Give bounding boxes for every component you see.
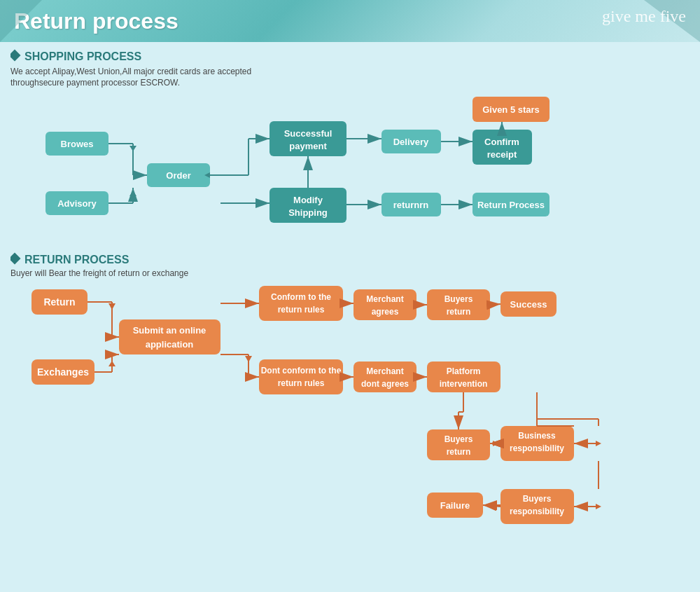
svg-rect-3 [10, 50, 20, 62]
page-title: Return process [14, 8, 178, 34]
svg-rect-22 [10, 253, 20, 265]
successful-payment-label: Successful [284, 128, 332, 139]
modify-shipping-label: Modify [293, 195, 323, 205]
conform-rules-label2: return rules [278, 305, 325, 315]
svg-marker-7 [130, 146, 136, 151]
exchanges-label: Exchanges [37, 366, 89, 378]
confirm-receipt-label2: receipt [487, 149, 517, 160]
return-subtitle: Buyer will Bear the freight of return or… [10, 268, 188, 278]
svg-marker-52 [596, 441, 601, 446]
svg-line-40 [490, 304, 500, 305]
buyers-responsibility-label: Buyers [523, 494, 552, 504]
buyers-return-bottom-label: Buyers [444, 434, 473, 444]
buyers-return-top-label2: return [447, 307, 471, 317]
success-label: Success [510, 299, 547, 310]
shopping-subtitle: We accept Alipay,West Union,All major cr… [10, 67, 251, 76]
submit-application-label: Submit an online [133, 325, 206, 336]
dont-conform-label2: return rules [278, 378, 325, 388]
return-label: Return [43, 296, 75, 308]
svg-marker-54 [596, 504, 601, 509]
buyers-return-bottom-label2: return [447, 447, 471, 457]
conform-rules-label: Conform to the [271, 292, 331, 302]
svg-marker-26 [108, 303, 115, 310]
merchant-agrees-label2: agrees [372, 307, 399, 317]
modify-shipping-label2: Shipping [288, 207, 328, 218]
given-5-stars-label: Given 5 stars [482, 104, 540, 115]
business-responsibility-label: Business [518, 431, 556, 441]
order-label: Order [166, 170, 190, 181]
dont-conform-box [259, 359, 343, 394]
brand-logo: give me five [602, 7, 686, 26]
conform-rules-box [259, 286, 343, 321]
svg-marker-30 [108, 361, 115, 366]
returnrn-label: returnrn [393, 200, 429, 210]
browes-label: Browes [61, 139, 94, 149]
submit-application-label2: application [146, 339, 194, 350]
dont-conform-label: Dont conform to the [261, 366, 342, 376]
business-responsibility-label2: responsibility [510, 443, 564, 453]
advisory-label: Advisory [57, 198, 97, 209]
return-process-label: Return Process [477, 200, 545, 210]
svg-marker-14 [130, 191, 136, 196]
merchant-agrees-label: Merchant [366, 294, 403, 304]
merchant-dont-label: Merchant [366, 366, 403, 376]
successful-payment-label2: payment [289, 141, 327, 151]
main-diagram: SHOPPING PROCESS We accept Alipay,West U… [10, 48, 690, 591]
shopping-subtitle2: throughsecure payment processor ESCROW. [10, 78, 180, 88]
return-title: RETURN PROCESS [24, 254, 130, 266]
platform-intervention-label: Platform [447, 366, 481, 376]
shopping-title: SHOPPING PROCESS [24, 50, 141, 62]
header-banner: Return process give me five [0, 0, 700, 42]
buyers-responsibility-label2: responsibility [510, 507, 564, 516]
platform-intervention-label2: intervention [440, 379, 488, 389]
buyers-return-top-label: Buyers [444, 294, 473, 304]
merchant-dont-label2: dont agrees [361, 379, 409, 389]
delivery-label: Delivery [393, 137, 429, 147]
svg-marker-37 [245, 356, 252, 362]
failure-label: Failure [440, 500, 470, 511]
confirm-receipt-label: Confirm [484, 137, 519, 147]
